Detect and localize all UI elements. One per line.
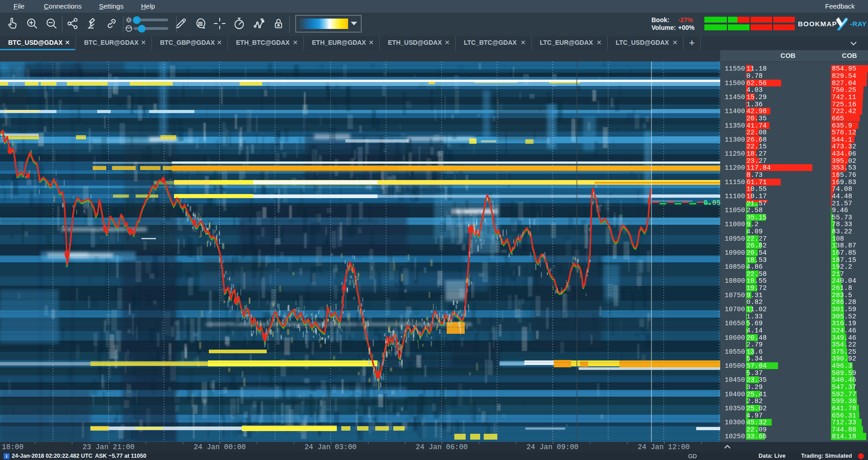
svg-text:0.05: 0.05 xyxy=(703,199,720,207)
